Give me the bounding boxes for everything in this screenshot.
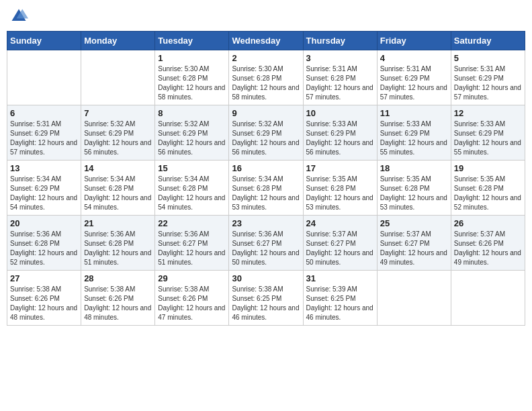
calendar-cell: 17Sunrise: 5:35 AMSunset: 6:28 PMDayligh…: [303, 161, 377, 216]
calendar-cell: [451, 271, 525, 326]
day-number: 28: [84, 273, 152, 283]
calendar-cell: 20Sunrise: 5:36 AMSunset: 6:28 PMDayligh…: [7, 216, 81, 271]
calendar-cell: 4Sunrise: 5:31 AMSunset: 6:29 PMDaylight…: [377, 50, 451, 105]
day-number: 14: [84, 163, 152, 173]
calendar-cell: 1Sunrise: 5:30 AMSunset: 6:28 PMDaylight…: [155, 50, 229, 105]
day-number: 5: [454, 53, 522, 63]
day-number: 16: [232, 163, 300, 173]
calendar-cell: 19Sunrise: 5:35 AMSunset: 6:28 PMDayligh…: [451, 161, 525, 216]
calendar-cell: 6Sunrise: 5:31 AMSunset: 6:29 PMDaylight…: [7, 105, 81, 161]
day-number: 22: [158, 218, 226, 228]
day-info: Sunrise: 5:35 AMSunset: 6:28 PMDaylight:…: [380, 175, 448, 212]
day-number: 11: [380, 108, 448, 118]
day-info: Sunrise: 5:36 AMSunset: 6:28 PMDaylight:…: [10, 230, 78, 267]
calendar-cell: 31Sunrise: 5:39 AMSunset: 6:25 PMDayligh…: [303, 271, 377, 326]
logo-icon: [9, 7, 28, 26]
calendar-table: SundayMondayTuesdayWednesdayThursdayFrid…: [7, 31, 525, 326]
calendar-cell: 24Sunrise: 5:37 AMSunset: 6:27 PMDayligh…: [303, 216, 377, 271]
calendar-cell: 22Sunrise: 5:36 AMSunset: 6:27 PMDayligh…: [155, 216, 229, 271]
day-number: 1: [158, 53, 226, 63]
calendar-cell: [81, 50, 155, 105]
weekday-header-wednesday: Wednesday: [229, 32, 303, 50]
day-info: Sunrise: 5:36 AMSunset: 6:27 PMDaylight:…: [232, 230, 300, 267]
day-number: 17: [306, 163, 374, 173]
day-number: 30: [232, 273, 300, 283]
day-number: 10: [306, 108, 374, 118]
calendar-cell: 23Sunrise: 5:36 AMSunset: 6:27 PMDayligh…: [229, 216, 303, 271]
calendar-cell: [377, 271, 451, 326]
day-info: Sunrise: 5:36 AMSunset: 6:28 PMDaylight:…: [84, 230, 152, 267]
day-info: Sunrise: 5:33 AMSunset: 6:29 PMDaylight:…: [454, 120, 522, 157]
calendar-cell: 16Sunrise: 5:34 AMSunset: 6:28 PMDayligh…: [229, 161, 303, 216]
day-number: 24: [306, 218, 374, 228]
day-number: 7: [84, 108, 152, 118]
day-info: Sunrise: 5:38 AMSunset: 6:25 PMDaylight:…: [232, 285, 300, 322]
calendar-cell: 25Sunrise: 5:37 AMSunset: 6:27 PMDayligh…: [377, 216, 451, 271]
weekday-header-friday: Friday: [377, 32, 451, 50]
day-info: Sunrise: 5:34 AMSunset: 6:28 PMDaylight:…: [84, 175, 152, 212]
day-info: Sunrise: 5:33 AMSunset: 6:29 PMDaylight:…: [306, 120, 374, 157]
day-info: Sunrise: 5:38 AMSunset: 6:26 PMDaylight:…: [84, 285, 152, 322]
day-info: Sunrise: 5:30 AMSunset: 6:28 PMDaylight:…: [158, 64, 226, 102]
calendar-cell: 26Sunrise: 5:37 AMSunset: 6:26 PMDayligh…: [451, 216, 525, 271]
day-info: Sunrise: 5:36 AMSunset: 6:27 PMDaylight:…: [158, 230, 226, 267]
day-number: 4: [380, 53, 448, 63]
day-number: 9: [232, 108, 300, 118]
weekday-header-sunday: Sunday: [7, 32, 81, 50]
day-number: 2: [232, 53, 300, 63]
day-number: 12: [454, 108, 522, 118]
day-info: Sunrise: 5:33 AMSunset: 6:29 PMDaylight:…: [380, 120, 448, 157]
day-info: Sunrise: 5:38 AMSunset: 6:26 PMDaylight:…: [158, 285, 226, 322]
weekday-header-saturday: Saturday: [451, 32, 525, 50]
day-number: 18: [380, 163, 448, 173]
calendar-cell: 18Sunrise: 5:35 AMSunset: 6:28 PMDayligh…: [377, 161, 451, 216]
calendar-cell: 12Sunrise: 5:33 AMSunset: 6:29 PMDayligh…: [451, 105, 525, 161]
calendar-cell: 29Sunrise: 5:38 AMSunset: 6:26 PMDayligh…: [155, 271, 229, 326]
day-info: Sunrise: 5:34 AMSunset: 6:29 PMDaylight:…: [10, 175, 78, 212]
day-number: 27: [10, 273, 78, 283]
day-info: Sunrise: 5:32 AMSunset: 6:29 PMDaylight:…: [84, 120, 152, 157]
day-info: Sunrise: 5:34 AMSunset: 6:28 PMDaylight:…: [158, 175, 226, 212]
weekday-header-thursday: Thursday: [303, 32, 377, 50]
calendar-cell: 15Sunrise: 5:34 AMSunset: 6:28 PMDayligh…: [155, 161, 229, 216]
day-number: 13: [10, 163, 78, 173]
logo: [9, 7, 31, 26]
calendar-cell: 2Sunrise: 5:30 AMSunset: 6:28 PMDaylight…: [229, 50, 303, 105]
day-info: Sunrise: 5:38 AMSunset: 6:26 PMDaylight:…: [10, 285, 78, 322]
day-number: 3: [306, 53, 374, 63]
calendar-cell: 9Sunrise: 5:32 AMSunset: 6:29 PMDaylight…: [229, 105, 303, 161]
day-info: Sunrise: 5:32 AMSunset: 6:29 PMDaylight:…: [232, 120, 300, 157]
day-info: Sunrise: 5:31 AMSunset: 6:29 PMDaylight:…: [380, 64, 448, 102]
day-info: Sunrise: 5:31 AMSunset: 6:29 PMDaylight:…: [454, 64, 522, 102]
day-info: Sunrise: 5:30 AMSunset: 6:28 PMDaylight:…: [232, 64, 300, 102]
day-info: Sunrise: 5:31 AMSunset: 6:28 PMDaylight:…: [306, 64, 374, 102]
day-number: 20: [10, 218, 78, 228]
day-number: 21: [84, 218, 152, 228]
day-number: 23: [232, 218, 300, 228]
day-number: 6: [10, 108, 78, 118]
page-header: [7, 7, 525, 26]
calendar-cell: 30Sunrise: 5:38 AMSunset: 6:25 PMDayligh…: [229, 271, 303, 326]
day-info: Sunrise: 5:32 AMSunset: 6:29 PMDaylight:…: [158, 120, 226, 157]
day-info: Sunrise: 5:37 AMSunset: 6:27 PMDaylight:…: [380, 230, 448, 267]
day-info: Sunrise: 5:37 AMSunset: 6:26 PMDaylight:…: [454, 230, 522, 267]
day-info: Sunrise: 5:34 AMSunset: 6:28 PMDaylight:…: [232, 175, 300, 212]
calendar-cell: 21Sunrise: 5:36 AMSunset: 6:28 PMDayligh…: [81, 216, 155, 271]
day-number: 8: [158, 108, 226, 118]
day-number: 31: [306, 273, 374, 283]
day-info: Sunrise: 5:35 AMSunset: 6:28 PMDaylight:…: [454, 175, 522, 212]
day-number: 19: [454, 163, 522, 173]
day-number: 15: [158, 163, 226, 173]
calendar-cell: 13Sunrise: 5:34 AMSunset: 6:29 PMDayligh…: [7, 161, 81, 216]
day-info: Sunrise: 5:31 AMSunset: 6:29 PMDaylight:…: [10, 120, 78, 157]
calendar-cell: 11Sunrise: 5:33 AMSunset: 6:29 PMDayligh…: [377, 105, 451, 161]
day-info: Sunrise: 5:39 AMSunset: 6:25 PMDaylight:…: [306, 285, 374, 322]
day-info: Sunrise: 5:35 AMSunset: 6:28 PMDaylight:…: [306, 175, 374, 212]
calendar-cell: 5Sunrise: 5:31 AMSunset: 6:29 PMDaylight…: [451, 50, 525, 105]
day-info: Sunrise: 5:37 AMSunset: 6:27 PMDaylight:…: [306, 230, 374, 267]
day-number: 26: [454, 218, 522, 228]
day-number: 25: [380, 218, 448, 228]
calendar-cell: 14Sunrise: 5:34 AMSunset: 6:28 PMDayligh…: [81, 161, 155, 216]
calendar-cell: 10Sunrise: 5:33 AMSunset: 6:29 PMDayligh…: [303, 105, 377, 161]
calendar-cell: 27Sunrise: 5:38 AMSunset: 6:26 PMDayligh…: [7, 271, 81, 326]
